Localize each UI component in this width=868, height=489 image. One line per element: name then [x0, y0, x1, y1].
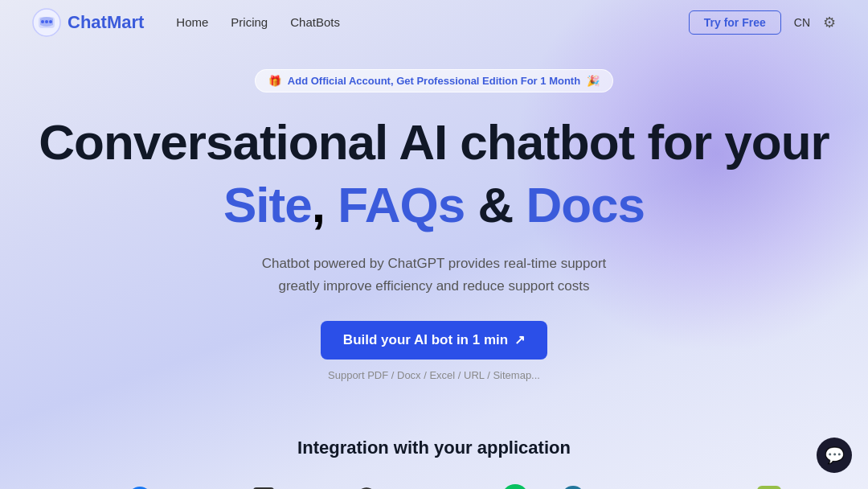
- integration-logos: — zapier f Facebook N Notion Your Websit…: [32, 484, 836, 489]
- wordpress-icon: W: [561, 486, 585, 489]
- cta-arrow-icon: ↗: [514, 332, 525, 347]
- cta-button[interactable]: Build your AI bot in 1 min ↗: [321, 321, 547, 360]
- promo-banner: 🎁 Add Official Account, Get Professional…: [255, 69, 613, 92]
- headline-faqs: FAQs: [338, 177, 465, 232]
- headline-docs: Docs: [526, 177, 645, 232]
- wordpress-logo: W WordPress: [561, 486, 661, 489]
- integration-title: Integration with your application: [32, 438, 836, 458]
- support-formats-text: Support PDF / Docx / Excel / URL / Sitem…: [32, 369, 836, 381]
- wechat-icon: [502, 484, 529, 489]
- chat-button[interactable]: 💬: [817, 438, 852, 473]
- hero-section: 🎁 Add Official Account, Get Professional…: [0, 45, 868, 438]
- hero-headline-2: Site, FAQs & Docs: [32, 176, 836, 233]
- settings-icon[interactable]: ⚙: [823, 14, 836, 31]
- shopify-logo: Shopify: [757, 486, 836, 489]
- nav-item-home[interactable]: Home: [176, 15, 208, 30]
- headline-comma: ,: [312, 177, 325, 232]
- headline-site: Site: [223, 177, 312, 232]
- hero-subtext: Chatbot powered by ChatGPT provides real…: [32, 253, 836, 296]
- language-switch[interactable]: CN: [794, 16, 810, 29]
- cta-label: Build your AI bot in 1 min: [343, 332, 508, 348]
- shopify-icon: [757, 486, 781, 489]
- headline-amp: &: [477, 177, 526, 232]
- nav-item-pricing[interactable]: Pricing: [231, 15, 268, 30]
- nav-right: Try for Free CN ⚙: [689, 10, 836, 35]
- svg-point-3: [45, 20, 48, 23]
- promo-emoji-right: 🎉: [587, 75, 600, 87]
- wechat-logo: [502, 484, 529, 489]
- chatmart-logo-icon: [32, 8, 61, 37]
- navbar: ChatMart Home Pricing ChatBots Try for F…: [0, 0, 868, 45]
- hero-headline-1: Conversational AI chatbot for your: [32, 115, 836, 170]
- logo-text: ChatMart: [68, 12, 144, 33]
- nav-links: Home Pricing ChatBots: [176, 15, 340, 30]
- chat-button-icon: 💬: [825, 446, 845, 465]
- svg-point-2: [41, 20, 44, 23]
- promo-text: Add Official Account, Get Professional E…: [288, 75, 580, 87]
- try-for-free-button[interactable]: Try for Free: [689, 10, 781, 35]
- nav-item-chatbots[interactable]: ChatBots: [290, 15, 340, 30]
- svg-point-4: [49, 20, 52, 23]
- logo[interactable]: ChatMart: [32, 8, 144, 37]
- promo-emoji-left: 🎁: [268, 75, 281, 87]
- integration-section: Integration with your application — zapi…: [0, 438, 868, 489]
